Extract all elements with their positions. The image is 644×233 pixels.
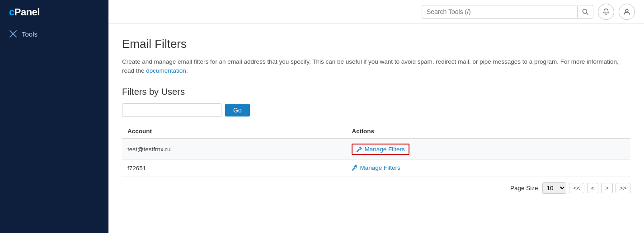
notifications-button[interactable] (598, 4, 614, 20)
logo: cPanel (0, 0, 108, 24)
manage-filters-link-1[interactable]: Manage Filters (352, 164, 400, 171)
search-icon (582, 9, 588, 15)
table-row: test@testfrnx.ru Manage Filters (122, 139, 630, 160)
filters-table: Account Actions test@testfrnx.ru Manage (122, 124, 630, 177)
manage-filters-highlighted: Manage Filters (352, 144, 409, 155)
description: Create and manage email filters for an e… (122, 57, 619, 76)
description-text: Create and manage email filters for an e… (122, 58, 619, 74)
logo-text: cPanel (9, 6, 40, 18)
account-cell: test@testfrnx.ru (122, 139, 346, 160)
account-cell: f72651 (122, 159, 346, 177)
col-header-actions: Actions (346, 124, 630, 139)
col-header-account: Account (122, 124, 346, 139)
prev-page-button[interactable]: < (587, 183, 599, 193)
filter-bar: Go (122, 103, 630, 117)
user-menu-button[interactable] (619, 4, 635, 20)
section-title: Filters by Users (122, 87, 630, 97)
documentation-link[interactable]: documentation (146, 67, 186, 74)
page-size-label: Page Size (510, 185, 538, 191)
page-size-select[interactable]: 10 25 50 100 (542, 182, 566, 194)
last-page-button[interactable]: >> (616, 183, 630, 193)
description-suffix: . (186, 67, 188, 74)
sidebar-item-tools-label: Tools (22, 30, 38, 38)
content: Email Filters Create and manage email fi… (108, 23, 644, 233)
user-icon (623, 8, 630, 15)
main-container: Email Filters Create and manage email fi… (108, 0, 644, 233)
sidebar: cPanel Tools (0, 0, 108, 233)
bell-icon (602, 8, 610, 15)
search-button[interactable] (577, 6, 593, 18)
go-button[interactable]: Go (225, 104, 250, 116)
filter-input[interactable] (122, 103, 221, 117)
wrench-icon-0 (356, 146, 362, 152)
manage-filters-link-0[interactable]: Manage Filters (356, 146, 404, 153)
pagination-bar: Page Size 10 25 50 100 << < > >> (122, 177, 630, 196)
first-page-button[interactable]: << (569, 183, 584, 193)
page-title: Email Filters (122, 37, 630, 51)
sidebar-item-tools[interactable]: Tools (0, 24, 108, 43)
search-bar (422, 5, 593, 19)
search-input[interactable] (422, 5, 577, 18)
header (108, 0, 644, 23)
actions-cell: Manage Filters (346, 159, 630, 177)
wrench-icon-1 (352, 165, 357, 171)
svg-line-3 (587, 13, 588, 14)
svg-point-4 (625, 9, 628, 12)
next-page-button[interactable]: > (601, 183, 613, 193)
actions-cell: Manage Filters (346, 139, 630, 160)
tools-icon (9, 30, 17, 38)
table-row: f72651 Manage Filters (122, 159, 630, 177)
